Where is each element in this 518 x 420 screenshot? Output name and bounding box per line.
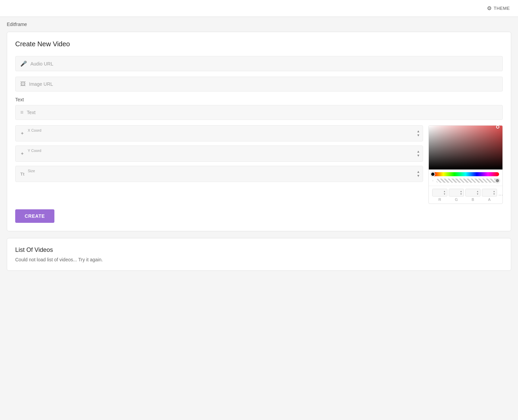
fields-and-picker: ✦ X Coord 0 ▲ ▼ ✦ [15,125,503,204]
videos-list-title: List Of Videos [15,246,503,254]
main-content: Create New Video 🎤 🖼 Text ≡ [0,32,518,281]
rgba-r-wrap[interactable]: 255 ▲ ▼ [432,189,447,196]
rgba-g-up[interactable]: ▲ [460,190,462,192]
rgba-r-input[interactable]: 255 [434,190,443,195]
y-coord-input[interactable]: 0 [28,153,418,159]
y-coord-label: Y Coord [28,149,418,153]
microphone-icon: 🎤 [20,60,27,67]
rgba-g-input[interactable]: 255 [450,190,460,195]
y-coord-down[interactable]: ▼ [417,154,420,157]
size-field[interactable]: Tt Size 12 ▲ ▼ [15,166,423,182]
rgba-b-field: 255 ▲ ▼ B [465,189,480,202]
x-coord-up[interactable]: ▲ [417,130,420,133]
create-button[interactable]: CREATE [15,209,54,223]
image-url-input[interactable] [29,81,498,87]
rgba-r-down[interactable]: ▼ [443,193,446,195]
breadcrumb: Editframe [0,17,518,32]
color-picker-panel-col: - 255 ▲ ▼ [428,125,503,204]
rgba-r-label: R [438,198,441,202]
rgba-b-input[interactable]: 255 [467,190,476,195]
theme-icon: ⚙ [487,5,492,11]
rgba-r-up[interactable]: ▲ [443,190,446,192]
rgba-g-field: 255 ▲ ▼ G [449,189,464,202]
rgba-g-wrap[interactable]: 255 ▲ ▼ [449,189,464,196]
hue-cursor [430,172,435,177]
rgba-a-wrap[interactable]: 1 ▲ ▼ [482,189,497,196]
x-coord-field[interactable]: ✦ X Coord 0 ▲ ▼ [15,125,423,141]
rgba-g-label: G [455,198,458,202]
theme-label: THEME [494,6,510,11]
y-coord-up[interactable]: ▲ [417,150,420,153]
audio-url-input[interactable] [30,61,498,67]
x-coord-icon: ✦ [20,131,24,136]
color-alpha-row: - [429,178,502,186]
y-coord-icon: ✦ [20,151,24,156]
rgba-a-input[interactable]: 1 [484,190,493,195]
audio-url-group: 🎤 [15,56,503,71]
color-hue-row [429,169,502,178]
rgba-r-spinners: ▲ ▼ [443,190,446,195]
size-label: Size [28,169,418,173]
color-picker-panel[interactable]: - 255 ▲ ▼ [428,125,503,204]
image-url-group: 🖼 [15,77,503,91]
image-icon: 🖼 [20,81,26,87]
color-alpha-slider[interactable] [436,179,499,183]
size-row: Tt Size 12 ▲ ▼ [15,166,423,182]
x-coord-down[interactable]: ▼ [417,134,420,137]
y-coord-field[interactable]: ✦ Y Coord 0 ▲ ▼ [15,146,423,162]
rgba-b-wrap[interactable]: 255 ▲ ▼ [465,189,480,196]
rgba-a-field: 1 ▲ ▼ A [482,189,497,202]
x-coord-spinners: ▲ ▼ [417,130,420,137]
create-form-card: Create New Video 🎤 🖼 Text ≡ [7,32,511,231]
videos-list-card: List Of Videos Could not load list of vi… [7,238,511,271]
image-url-field[interactable]: 🖼 [15,77,503,91]
size-icon: Tt [20,172,24,177]
rgba-a-label: A [488,198,491,202]
alpha-dash-left: - [432,178,434,183]
rgba-a-down[interactable]: ▼ [493,193,495,195]
rgba-g-down[interactable]: ▼ [460,193,462,195]
rgba-b-up[interactable]: ▲ [476,190,479,192]
text-input[interactable] [27,110,498,115]
rgba-a-up[interactable]: ▲ [493,190,495,192]
color-gradient[interactable] [429,126,502,169]
form-title: Create New Video [15,40,503,48]
top-nav: ⚙ THEME [0,0,518,17]
rgba-b-down[interactable]: ▼ [476,193,479,195]
audio-url-field[interactable]: 🎤 [15,56,503,71]
color-rgba-row: 255 ▲ ▼ R 255 [429,186,502,204]
fields-col: ✦ X Coord 0 ▲ ▼ ✦ [15,125,423,186]
theme-button[interactable]: ⚙ THEME [487,5,510,11]
rgba-a-spinners: ▲ ▼ [493,190,495,195]
x-coord-input[interactable]: 0 [28,133,418,138]
size-up[interactable]: ▲ [417,170,420,174]
x-coord-label: X Coord [28,128,418,132]
y-coord-row: ✦ Y Coord 0 ▲ ▼ [15,146,423,162]
size-input[interactable]: 12 [28,174,418,179]
rgba-r-field: 255 ▲ ▼ R [432,189,447,202]
color-hue-slider[interactable] [432,172,499,176]
rgba-b-label: B [472,198,474,202]
size-spinners: ▲ ▼ [417,170,420,178]
rgba-extra-icon: ⋯ [498,192,503,198]
alpha-cursor [495,178,500,183]
color-gradient-cursor [496,125,499,129]
rgba-g-spinners: ▲ ▼ [460,190,462,195]
x-coord-row: ✦ X Coord 0 ▲ ▼ [15,125,423,141]
rgba-b-spinners: ▲ ▼ [476,190,479,195]
text-section: Text ≡ [15,97,503,120]
y-coord-spinners: ▲ ▼ [417,150,420,157]
videos-list-error: Could not load list of videos... Try it … [15,257,503,262]
text-icon: ≡ [20,109,23,115]
text-field[interactable]: ≡ [15,105,503,120]
size-down[interactable]: ▼ [417,174,420,178]
text-section-label: Text [15,97,503,102]
